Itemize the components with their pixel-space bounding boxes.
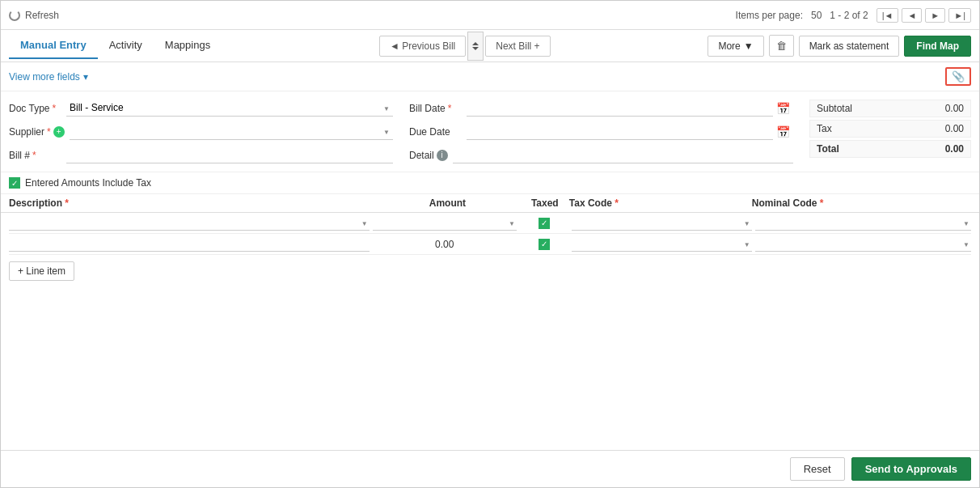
supplier-required: * bbox=[47, 126, 51, 138]
attachment-btn[interactable]: 📎 bbox=[945, 67, 971, 86]
top-bar-left: Refresh bbox=[9, 10, 59, 21]
nominal-required: * bbox=[820, 197, 824, 209]
taxcode-dropdown-wrapper-2: ▼ bbox=[572, 236, 752, 252]
bill-num-row: Bill # * bbox=[9, 146, 393, 163]
detail-label: Detail i bbox=[409, 150, 448, 161]
collapse-btn[interactable] bbox=[467, 32, 484, 61]
collapse-down-arrow bbox=[472, 47, 479, 50]
supplier-row: Supplier * + ▼ bbox=[9, 123, 393, 140]
table-header-nominal: Nominal Code * bbox=[752, 197, 971, 209]
cell-nominal-2: ▼ bbox=[755, 236, 971, 252]
supplier-select-wrapper: ▼ bbox=[70, 123, 393, 140]
view-more-bar: View more fields ▾ 📎 bbox=[1, 62, 979, 91]
nav-bar: Manual Entry Activity Mappings ◄ Previou… bbox=[1, 30, 979, 62]
prev-bill-btn[interactable]: ◄ Previous Bill bbox=[379, 36, 466, 57]
doc-type-required: * bbox=[52, 103, 56, 114]
delete-btn[interactable]: 🗑 bbox=[769, 35, 794, 57]
more-btn[interactable]: More ▼ bbox=[708, 36, 763, 57]
line-item-area: + Line item bbox=[1, 255, 979, 287]
bill-date-wrapper: 📅 bbox=[467, 100, 793, 117]
due-date-row: Due Date 📅 bbox=[409, 123, 793, 140]
checkbox-area: Entered Amounts Include Tax bbox=[1, 172, 979, 194]
cell-desc-1: ▼ bbox=[9, 215, 370, 231]
bill-num-input[interactable] bbox=[66, 146, 393, 163]
nominal-select-2[interactable] bbox=[755, 236, 971, 252]
more-label: More bbox=[718, 40, 740, 52]
due-date-input[interactable] bbox=[467, 123, 773, 140]
include-tax-label: Entered Amounts Include Tax bbox=[25, 177, 151, 189]
pagination-next-btn[interactable]: ► bbox=[925, 8, 945, 23]
desc-dropdown-wrapper-1: ▼ bbox=[9, 215, 370, 231]
taxcode-dropdown-wrapper-1: ▼ bbox=[572, 215, 752, 231]
cell-amount-1: ▼ bbox=[373, 215, 517, 231]
pagination-prev-btn[interactable]: ◄ bbox=[902, 8, 922, 23]
table-header-row: Description * Amount Taxed Tax Code * No… bbox=[1, 194, 979, 213]
desc-select-1[interactable] bbox=[9, 215, 370, 231]
cell-taxcode-1: ▼ bbox=[572, 215, 752, 231]
amount-select-1[interactable] bbox=[373, 215, 517, 231]
amount-dropdown-wrapper-1: ▼ bbox=[373, 215, 517, 231]
detail-input[interactable] bbox=[453, 146, 793, 163]
tab-mappings[interactable]: Mappings bbox=[154, 32, 222, 59]
find-map-btn[interactable]: Find Map bbox=[904, 36, 971, 57]
cell-amount-2: 0.00 bbox=[373, 239, 517, 250]
supplier-add-icon[interactable]: + bbox=[53, 126, 65, 138]
bill-date-row: Bill Date * 📅 bbox=[409, 100, 793, 117]
subtotal-label: Subtotal bbox=[817, 103, 852, 114]
pagination-last-btn[interactable]: ►| bbox=[948, 8, 971, 23]
detail-info-icon[interactable]: i bbox=[437, 150, 448, 161]
add-line-item-btn[interactable]: + Line item bbox=[9, 261, 74, 281]
bill-date-calendar-btn[interactable]: 📅 bbox=[773, 102, 793, 115]
cell-taxcode-2: ▼ bbox=[572, 236, 752, 252]
top-bar: Refresh Items per page: 50 1 - 2 of 2 |◄… bbox=[1, 1, 979, 30]
doc-type-select[interactable]: Bill - Service bbox=[66, 100, 393, 117]
due-date-calendar-btn[interactable]: 📅 bbox=[773, 125, 793, 138]
mark-statement-btn[interactable]: Mark as statement bbox=[799, 36, 900, 57]
subtotal-value: 0.00 bbox=[915, 103, 964, 114]
reset-btn[interactable]: Reset bbox=[790, 457, 845, 481]
tab-manual-entry[interactable]: Manual Entry bbox=[9, 32, 98, 59]
form-area: Doc Type * Bill - Service ▼ Supplier * + bbox=[1, 91, 979, 172]
include-tax-checkbox[interactable] bbox=[9, 177, 20, 189]
pagination-info: 1 - 2 of 2 bbox=[830, 10, 868, 21]
nominal-dropdown-wrapper-2: ▼ bbox=[755, 236, 971, 252]
tax-row: Tax 0.00 bbox=[809, 120, 971, 138]
due-date-wrapper: 📅 bbox=[467, 123, 793, 140]
tab-activity[interactable]: Activity bbox=[98, 32, 154, 59]
supplier-select[interactable] bbox=[70, 123, 393, 140]
next-bill-btn[interactable]: Next Bill + bbox=[485, 36, 550, 57]
total-label: Total bbox=[817, 143, 839, 155]
table-body: ▼ ▼ ▼ bbox=[1, 213, 979, 255]
desc-input-2[interactable] bbox=[9, 236, 370, 252]
view-more-label: View more fields bbox=[9, 71, 80, 83]
taxed-checkbox-1[interactable] bbox=[539, 218, 550, 229]
collapse-up-arrow bbox=[472, 42, 479, 45]
form-totals: Subtotal 0.00 Tax 0.00 Total 0.00 bbox=[809, 100, 971, 163]
nominal-dropdown-wrapper-1: ▼ bbox=[755, 215, 971, 231]
total-value: 0.00 bbox=[915, 143, 964, 155]
table-row: ▼ ▼ ▼ bbox=[9, 213, 971, 234]
form-left: Doc Type * Bill - Service ▼ Supplier * + bbox=[9, 100, 393, 163]
more-dropdown-icon: ▼ bbox=[744, 40, 754, 52]
due-date-label: Due Date bbox=[409, 126, 462, 138]
send-approvals-btn[interactable]: Send to Approvals bbox=[851, 457, 971, 481]
view-more-link[interactable]: View more fields ▾ bbox=[9, 71, 88, 83]
table-header-taxcode: Tax Code * bbox=[569, 197, 752, 209]
table-header-taxed: Taxed bbox=[521, 197, 569, 209]
cell-taxed-1 bbox=[520, 218, 568, 229]
taxcode-select-1[interactable] bbox=[572, 215, 752, 231]
bill-date-input[interactable] bbox=[467, 100, 773, 117]
refresh-label[interactable]: Refresh bbox=[25, 10, 59, 21]
taxcode-select-2[interactable] bbox=[572, 236, 752, 252]
pagination-first-btn[interactable]: |◄ bbox=[877, 8, 899, 23]
refresh-icon bbox=[9, 10, 20, 21]
nominal-select-1[interactable] bbox=[755, 215, 971, 231]
items-per-page-label: Items per page: bbox=[736, 10, 803, 21]
table-header-amount: Amount bbox=[374, 197, 521, 209]
form-right: Bill Date * 📅 Due Date 📅 D bbox=[409, 100, 793, 163]
total-row: Total 0.00 bbox=[809, 140, 971, 158]
taxed-checkbox-2[interactable] bbox=[539, 239, 550, 250]
view-more-chevron-icon: ▾ bbox=[83, 71, 88, 83]
items-per-page-value: 50 bbox=[811, 10, 822, 21]
amount-value-2: 0.00 bbox=[435, 239, 454, 250]
